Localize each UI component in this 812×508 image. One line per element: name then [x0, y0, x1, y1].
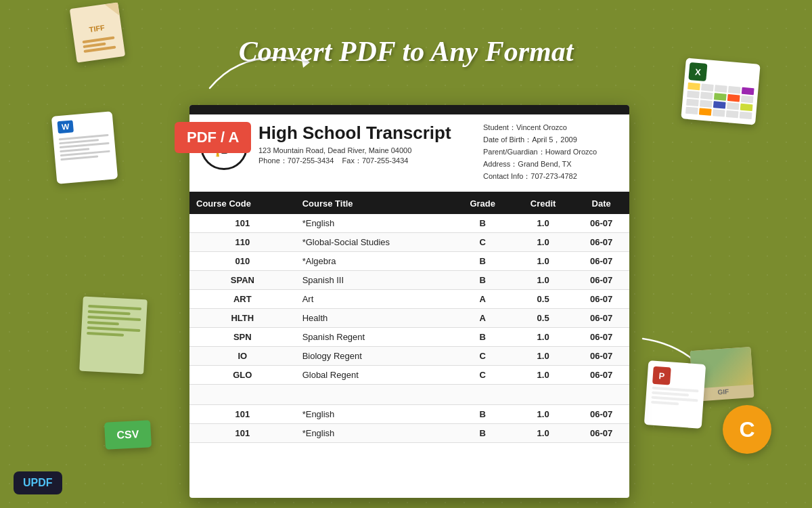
- cell-code: SPN: [189, 328, 296, 347]
- cell-credit: 1.0: [513, 366, 573, 385]
- document-panel: 🎓 High School Transcript 123 Mountain Ro…: [189, 105, 629, 498]
- cell-credit: 1.0: [513, 347, 573, 366]
- cell-code: HLTH: [189, 309, 296, 328]
- transcript-table: Course Code Course Title Grade Credit Da…: [189, 193, 629, 443]
- cell-title: Spanish III: [296, 271, 453, 290]
- cell-title: *Algebra: [296, 252, 453, 271]
- table-row: [189, 385, 629, 405]
- cell-title: *English: [296, 214, 453, 233]
- table-row: 110 *Global-Social Studies C 1.0 06-07: [189, 233, 629, 252]
- cell-date: 06-07: [573, 328, 629, 347]
- cell-grade: A: [453, 309, 513, 328]
- cell-grade: C: [453, 366, 513, 385]
- cell-credit: 1.0: [513, 214, 573, 233]
- cell-date: 06-07: [573, 309, 629, 328]
- table-row: 010 *Algebra B 1.0 06-07: [189, 252, 629, 271]
- cell-title: *English: [296, 424, 453, 443]
- c-icon: C: [723, 405, 771, 454]
- main-heading: Convert PDF to Any Format: [239, 35, 574, 68]
- cell-date: 06-07: [573, 347, 629, 366]
- table-row: IO Biology Regent C 1.0 06-07: [189, 347, 629, 366]
- doc-phone-fax: Phone：707-255-3434 Fax：707-255-3434: [258, 156, 472, 166]
- green-doc-icon: [79, 297, 148, 375]
- cell-grade: C: [453, 233, 513, 252]
- cell-credit: 1.0: [513, 328, 573, 347]
- student-address: Address：Grand Bend, TX: [483, 159, 618, 169]
- cell-grade: B: [453, 328, 513, 347]
- student-parent: Parent/Guardian：Howard Orozco: [483, 147, 618, 157]
- cell-grade: B: [453, 252, 513, 271]
- table-row: 101 *English B 1.0 06-07: [189, 405, 629, 424]
- cell-code: 110: [189, 233, 296, 252]
- cell-date: 06-07: [573, 271, 629, 290]
- cell-code: ART: [189, 290, 296, 309]
- cell-title: Global Regent: [296, 366, 453, 385]
- col-course-code: Course Code: [189, 193, 296, 214]
- csv-icon: CSV: [104, 420, 152, 450]
- cell-credit: 1.0: [513, 271, 573, 290]
- cell-credit: 1.0: [513, 424, 573, 443]
- cell-title: *Global-Social Studies: [296, 233, 453, 252]
- doc-title-section: High School Transcript 123 Mountain Road…: [258, 123, 472, 184]
- cell-title: Health: [296, 309, 453, 328]
- cell-title: Spanish Regent: [296, 328, 453, 347]
- cell-date: 06-07: [573, 405, 629, 424]
- cell-grade: B: [453, 271, 513, 290]
- tiff-icon: TIFF: [70, 2, 125, 62]
- table-header-row: Course Code Course Title Grade Credit Da…: [189, 193, 629, 214]
- pdf-badge: PDF / A: [175, 122, 251, 153]
- table-row: ART Art A 0.5 06-07: [189, 290, 629, 309]
- cell-code: SPAN: [189, 271, 296, 290]
- cell-grade: A: [453, 290, 513, 309]
- table-row: SPAN Spanish III B 1.0 06-07: [189, 271, 629, 290]
- doc-title: High School Transcript: [258, 123, 472, 144]
- cell-date: 06-07: [573, 252, 629, 271]
- table-row: GLO Global Regent C 1.0 06-07: [189, 366, 629, 385]
- table-row: 101 *English B 1.0 06-07: [189, 424, 629, 443]
- cell-code: 010: [189, 252, 296, 271]
- cell-date: 06-07: [573, 233, 629, 252]
- doc-address: 123 Mountain Road, Dead River, Maine 040…: [258, 146, 472, 154]
- col-credit: Credit: [513, 193, 573, 214]
- cell-title: *English: [296, 405, 453, 424]
- table-row: HLTH Health A 0.5 06-07: [189, 309, 629, 328]
- cell-credit: 1.0: [513, 405, 573, 424]
- col-grade: Grade: [453, 193, 513, 214]
- cell-date: 06-07: [573, 424, 629, 443]
- doc-header: 🎓 High School Transcript 123 Mountain Ro…: [189, 114, 629, 193]
- cell-date: 06-07: [573, 214, 629, 233]
- cell-title: Art: [296, 290, 453, 309]
- cell-grade: B: [453, 405, 513, 424]
- table-row: 101 *English B 1.0 06-07: [189, 214, 629, 233]
- cell-code: GLO: [189, 366, 296, 385]
- cell-credit: 1.0: [513, 252, 573, 271]
- cell-credit: 0.5: [513, 290, 573, 309]
- cell-grade: C: [453, 347, 513, 366]
- cell-code: 101: [189, 405, 296, 424]
- col-course-title: Course Title: [296, 193, 453, 214]
- doc-student-info: Student：Vincent Orozco Date of Birth：Apr…: [483, 123, 618, 184]
- doc-header-bar: [189, 105, 629, 114]
- spreadsheet-icon: X: [681, 58, 760, 125]
- cell-code: IO: [189, 347, 296, 366]
- cell-title: Biology Regent: [296, 347, 453, 366]
- cell-date: 06-07: [573, 366, 629, 385]
- cell-code: 101: [189, 424, 296, 443]
- word-doc-icon: W: [51, 111, 118, 184]
- ppt-icon: P: [644, 360, 706, 429]
- student-name: Student：Vincent Orozco: [483, 123, 618, 133]
- cell-date: 06-07: [573, 290, 629, 309]
- cell-grade: B: [453, 424, 513, 443]
- cell-credit: 0.5: [513, 309, 573, 328]
- cell-credit: 1.0: [513, 233, 573, 252]
- table-row: SPN Spanish Regent B 1.0 06-07: [189, 328, 629, 347]
- col-date: Date: [573, 193, 629, 214]
- cell-grade: B: [453, 214, 513, 233]
- updf-logo: UPDF: [14, 471, 62, 494]
- cell-code: 101: [189, 214, 296, 233]
- student-contact: Contact Info：707-273-4782: [483, 171, 618, 182]
- student-dob: Date of Birth：April 5，2009: [483, 135, 618, 145]
